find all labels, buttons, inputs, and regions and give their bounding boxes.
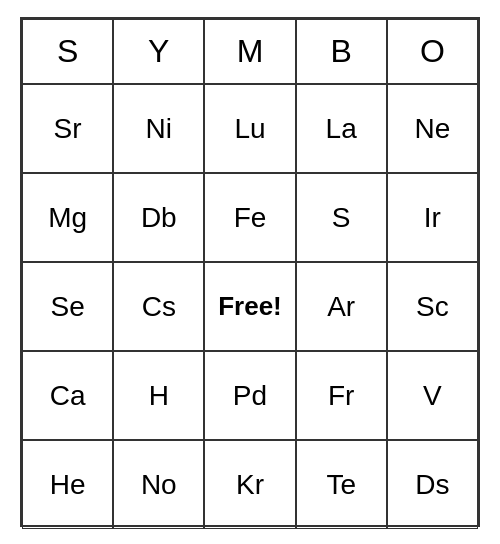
bingo-cell: V: [387, 351, 478, 440]
bingo-cell: He: [22, 440, 113, 529]
bingo-cell: Ne: [387, 84, 478, 173]
bingo-cell: Cs: [113, 262, 204, 351]
header-cell: M: [204, 19, 295, 84]
bingo-cell: Mg: [22, 173, 113, 262]
bingo-cell: La: [296, 84, 387, 173]
bingo-cell: Sc: [387, 262, 478, 351]
bingo-cell: No: [113, 440, 204, 529]
header-cell: S: [22, 19, 113, 84]
bingo-cell: Sr: [22, 84, 113, 173]
bingo-cell: Pd: [204, 351, 295, 440]
bingo-cell: Lu: [204, 84, 295, 173]
bingo-cell: H: [113, 351, 204, 440]
bingo-cell: Ni: [113, 84, 204, 173]
bingo-cell: Ds: [387, 440, 478, 529]
bingo-card: SYMBOSrNiLuLaNeMgDbFeSIrSeCsFree!ArScCaH…: [20, 17, 480, 527]
bingo-cell: Fe: [204, 173, 295, 262]
header-cell: Y: [113, 19, 204, 84]
bingo-cell: S: [296, 173, 387, 262]
bingo-cell: Te: [296, 440, 387, 529]
free-space: Free!: [204, 262, 295, 351]
header-cell: B: [296, 19, 387, 84]
bingo-cell: Se: [22, 262, 113, 351]
bingo-cell: Fr: [296, 351, 387, 440]
bingo-cell: Ir: [387, 173, 478, 262]
bingo-cell: Db: [113, 173, 204, 262]
bingo-cell: Ar: [296, 262, 387, 351]
header-cell: O: [387, 19, 478, 84]
bingo-cell: Kr: [204, 440, 295, 529]
bingo-cell: Ca: [22, 351, 113, 440]
